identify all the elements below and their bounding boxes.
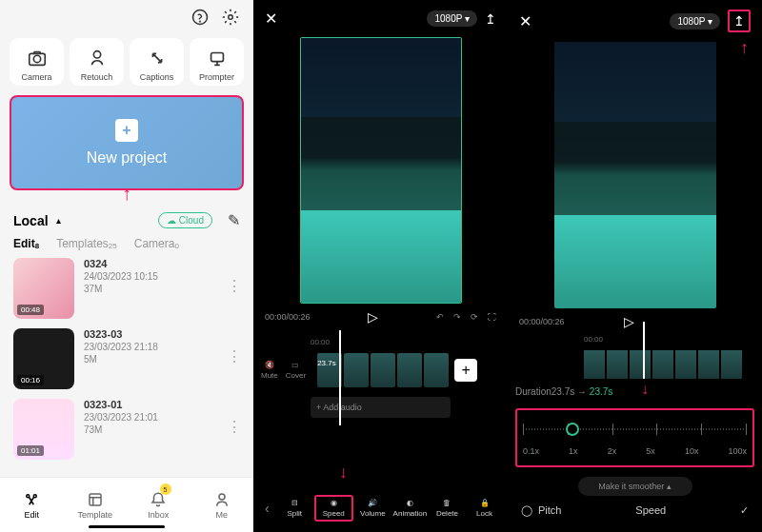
tab-edit[interactable]: Edit8: [13, 237, 39, 250]
speed-mark: 100x: [728, 446, 747, 456]
delete-tool[interactable]: 🗑Delete: [430, 499, 465, 518]
add-audio-button[interactable]: + Add audio: [311, 397, 451, 418]
plus-icon: +: [115, 119, 138, 142]
tool-label: Prompter: [199, 72, 234, 82]
more-icon[interactable]: ⋮: [227, 277, 240, 295]
project-size: 37M: [84, 284, 158, 294]
play-button[interactable]: ▷: [311, 309, 436, 325]
mute-button[interactable]: 🔇Mute: [261, 361, 278, 380]
playhead[interactable]: [339, 330, 341, 425]
project-duration: 01:01: [17, 445, 44, 456]
add-clip-button[interactable]: +: [454, 359, 477, 382]
new-project-label: New project: [87, 149, 167, 167]
resolution-button[interactable]: 1080P ▾: [670, 13, 720, 30]
cloud-button[interactable]: ☁ Cloud: [158, 212, 212, 228]
rotate-icon[interactable]: ⟳: [471, 312, 478, 322]
project-item[interactable]: 01:010323-0123/03/2023 21:0173M⋮: [13, 399, 240, 460]
tab-camera[interactable]: Camera0: [134, 237, 179, 250]
tool-label: Camera: [21, 72, 51, 82]
export-button[interactable]: ↥: [485, 11, 496, 27]
play-button[interactable]: ▷: [565, 314, 693, 329]
timeline-ruler[interactable]: 00:00: [508, 335, 762, 346]
close-button[interactable]: ✕: [519, 12, 531, 30]
help-icon[interactable]: [190, 8, 210, 27]
local-label[interactable]: Local: [13, 213, 49, 228]
tool-label: Retouch: [81, 72, 113, 82]
home-indicator: [89, 525, 165, 528]
project-item[interactable]: 00:160323-0323/03/2023 21:185M⋮: [13, 328, 240, 389]
export-button[interactable]: ↥: [728, 10, 751, 32]
speed-slider[interactable]: [523, 420, 747, 439]
video-preview[interactable]: [300, 37, 462, 304]
clip-strip[interactable]: 23.7s +: [317, 353, 500, 387]
nav-template[interactable]: Template: [64, 478, 128, 532]
close-button[interactable]: ✕: [265, 10, 277, 28]
resolution-button[interactable]: 1080P ▾: [427, 10, 477, 27]
retouch-tool[interactable]: Retouch: [70, 38, 124, 86]
project-thumb: 00:16: [13, 328, 74, 389]
speed-mark: 1x: [569, 446, 578, 456]
annotation-arrow: ↑: [740, 38, 749, 58]
speed-mark: 0.1x: [523, 446, 539, 456]
settings-icon[interactable]: [221, 8, 240, 27]
animation-tool[interactable]: ◐Animation: [392, 499, 428, 518]
annotation-arrow: ↓: [339, 463, 348, 483]
speed-panel: 0.1x1x2x5x10x100x: [515, 408, 754, 467]
svg-point-1: [200, 21, 201, 22]
pitch-toggle[interactable]: ◯ Pitch: [521, 504, 561, 517]
more-icon[interactable]: ⋮: [227, 347, 240, 365]
edit-icon[interactable]: ✎: [228, 211, 240, 229]
speed-tool[interactable]: ◉Speed: [314, 495, 353, 522]
annotation-arrow: ↓: [641, 381, 649, 398]
playhead[interactable]: [643, 322, 645, 379]
confirm-button[interactable]: ✓: [740, 504, 749, 517]
speed-mark: 10x: [685, 446, 699, 456]
project-date: 23/03/2023 21:01: [84, 412, 158, 423]
svg-point-10: [219, 494, 225, 500]
project-name: 0323-03: [84, 328, 158, 340]
split-tool[interactable]: ⊟Split: [277, 499, 312, 518]
project-date: 23/03/2023 21:18: [84, 342, 158, 352]
nav-inbox[interactable]: 5Inbox: [127, 478, 190, 532]
fullscreen-icon[interactable]: ⛶: [488, 312, 496, 322]
volume-tool[interactable]: 🔊Volume: [355, 499, 391, 518]
speed-title: Speed: [561, 504, 740, 516]
total-time: 00:26: [543, 317, 565, 326]
project-thumb: 00:48: [13, 258, 74, 319]
nav-me[interactable]: Me: [190, 478, 254, 532]
svg-point-2: [229, 15, 233, 20]
clip-strip[interactable]: [508, 346, 762, 383]
dropdown-icon: ▴: [56, 215, 61, 226]
more-icon[interactable]: ⋮: [227, 418, 240, 436]
project-size: 73M: [84, 424, 158, 435]
clip-duration: 23.7s: [317, 359, 336, 367]
inbox-badge: 5: [160, 483, 171, 495]
tool-label: Captions: [140, 72, 174, 82]
camera-tool[interactable]: Camera: [10, 38, 64, 86]
svg-point-7: [27, 494, 30, 497]
nav-edit[interactable]: Edit: [0, 478, 64, 532]
cover-button[interactable]: ▭Cover: [286, 361, 306, 380]
project-duration: 00:48: [17, 305, 44, 315]
tab-templates[interactable]: Templates25: [56, 237, 117, 250]
duration-new: 23.7s: [590, 386, 612, 397]
speed-mark: 5x: [646, 446, 655, 456]
current-time: 00:00: [265, 312, 287, 322]
svg-point-4: [33, 55, 40, 62]
video-preview[interactable]: [554, 42, 716, 308]
undo-icon[interactable]: ↶: [436, 312, 444, 322]
redo-icon[interactable]: ↷: [453, 312, 461, 322]
total-time: 00:26: [289, 312, 311, 322]
back-button[interactable]: ‹: [259, 501, 275, 516]
project-date: 24/03/2023 10:15: [84, 271, 158, 282]
speed-mark: 2x: [608, 446, 617, 456]
project-item[interactable]: 00:48032424/03/2023 10:1537M⋮: [13, 258, 240, 319]
prompter-tool[interactable]: Prompter: [190, 38, 244, 86]
timeline-ruler[interactable]: 00:00: [253, 338, 508, 349]
new-project-button[interactable]: + New project: [10, 95, 244, 190]
svg-point-8: [34, 494, 37, 497]
duration-label: Duration: [515, 386, 551, 397]
slider-thumb[interactable]: [566, 423, 579, 436]
lock-tool[interactable]: 🔒Lock: [467, 499, 502, 518]
captions-tool[interactable]: Captions: [130, 38, 184, 86]
